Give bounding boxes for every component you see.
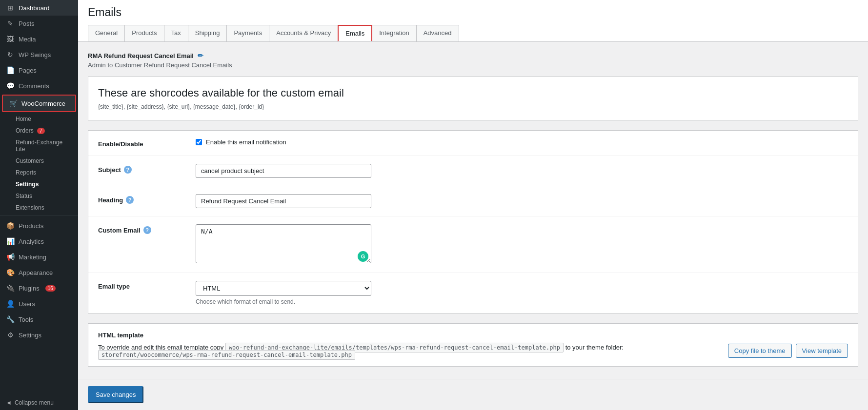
sidebar-item-appearance[interactable]: 🎨 Appearance (0, 265, 78, 280)
heading-help-icon[interactable]: ? (126, 196, 134, 204)
label-enable: Enable/Disable (98, 138, 196, 148)
field-subject (196, 164, 848, 178)
orders-badge: 7 (37, 128, 45, 134)
sidebar-sub-item-reports[interactable]: Reports (0, 167, 78, 178)
tab-integration[interactable]: Integration (372, 25, 416, 41)
save-changes-button[interactable]: Save changes (88, 386, 143, 403)
html-template-row: To override and edit this email template… (98, 344, 848, 358)
sidebar: ⊞ Dashboard ✎ Posts 🖼 Media ↻ WP Swings … (0, 0, 78, 410)
subject-help-icon[interactable]: ? (124, 166, 132, 174)
sidebar-item-woocommerce[interactable]: 🛒 WooCommerce (2, 95, 76, 112)
enable-checkbox-label: Enable this email notification (196, 138, 848, 146)
sidebar-item-posts[interactable]: ✎ Posts (0, 16, 78, 31)
sidebar-item-media[interactable]: 🖼 Media (0, 31, 78, 47)
form-row-subject: Subject ? (88, 156, 858, 186)
woocommerce-icon: 🛒 (9, 99, 18, 107)
shortcodes-box: These are shorcodes available for the cu… (88, 77, 858, 120)
html-template-section: HTML template To override and edit this … (88, 323, 858, 367)
textarea-wrapper: N/A G (196, 224, 371, 265)
grammarly-icon: G (358, 251, 368, 262)
sidebar-item-settings[interactable]: ⚙ Settings (0, 327, 78, 343)
form-row-enable: Enable/Disable Enable this email notific… (88, 131, 858, 156)
custom-email-textarea[interactable]: N/A (196, 224, 371, 263)
sidebar-item-wpswings[interactable]: ↻ WP Swings (0, 47, 78, 62)
custom-email-help-icon[interactable]: ? (143, 226, 151, 234)
collapse-arrow-icon: ◄ (6, 399, 12, 406)
page-header: Emails General Products Tax Shipping Pay… (78, 0, 868, 42)
tab-advanced[interactable]: Advanced (416, 25, 459, 41)
sidebar-sub-item-settings[interactable]: Settings (0, 178, 78, 190)
field-custom-email: N/A G (196, 224, 848, 265)
sidebar-sub-item-refund-exchange[interactable]: Refund-Exchange Lite (0, 137, 78, 155)
tab-shipping[interactable]: Shipping (188, 25, 227, 41)
tab-tax[interactable]: Tax (164, 25, 188, 41)
label-heading: Heading ? (98, 194, 196, 204)
form-row-custom-email: Custom Email ? N/A G (88, 216, 858, 273)
main-content: Emails General Products Tax Shipping Pay… (78, 0, 868, 410)
page-title: Emails (88, 6, 858, 19)
sidebar-divider (0, 215, 78, 216)
tab-accounts-privacy[interactable]: Accounts & Privacy (269, 25, 338, 41)
plugins-badge: 16 (45, 285, 56, 292)
plugins-icon: 🔌 (6, 284, 15, 292)
view-template-button[interactable]: View template (796, 344, 848, 358)
email-type-select[interactable]: HTML Plain text Multipart (196, 281, 371, 296)
form-row-email-type: Email type HTML Plain text Multipart Cho… (88, 273, 858, 313)
field-heading (196, 194, 848, 208)
sidebar-item-pages[interactable]: 📄 Pages (0, 62, 78, 78)
marketing-icon: 📢 (6, 253, 15, 261)
sidebar-sub-item-customers[interactable]: Customers (0, 155, 78, 167)
sidebar-sub-item-status[interactable]: Status (0, 190, 78, 202)
shortcodes-heading: These are shorcodes available for the cu… (98, 87, 848, 99)
edit-icon[interactable]: ✏ (198, 52, 203, 59)
tools-icon: 🔧 (6, 315, 15, 323)
field-enable: Enable this email notification (196, 138, 848, 146)
form-row-heading: Heading ? (88, 186, 858, 216)
analytics-icon: 📊 (6, 237, 15, 245)
html-template-text: To override and edit this email template… (98, 344, 718, 358)
tab-general[interactable]: General (88, 25, 125, 41)
users-icon: 👤 (6, 300, 15, 308)
enable-checkbox[interactable] (196, 139, 202, 145)
tabs-bar: General Products Tax Shipping Payments A… (88, 25, 858, 41)
theme-path-code: storefront/woocommerce/wps-rma-refund-re… (98, 350, 355, 360)
page-footer: Save changes (78, 379, 868, 410)
sidebar-item-plugins[interactable]: 🔌 Plugins 16 (0, 280, 78, 296)
heading-input[interactable] (196, 194, 371, 208)
tab-emails[interactable]: Emails (338, 25, 372, 41)
email-type-help: Choose which format of email to send. (196, 298, 848, 305)
settings-icon: ⚙ (6, 331, 15, 339)
appearance-icon: 🎨 (6, 269, 15, 276)
label-email-type: Email type (98, 281, 196, 290)
sidebar-item-marketing[interactable]: 📢 Marketing (0, 249, 78, 265)
content-area: RMA Refund Request Cancel Email ✏ Admin … (78, 42, 868, 379)
sidebar-sub-item-home[interactable]: Home (0, 113, 78, 125)
field-email-type: HTML Plain text Multipart Choose which f… (196, 281, 848, 305)
sidebar-sub-item-orders[interactable]: Orders 7 (0, 125, 78, 137)
tab-payments[interactable]: Payments (226, 25, 269, 41)
sidebar-item-comments[interactable]: 💬 Comments (0, 78, 78, 94)
subject-input[interactable] (196, 164, 371, 178)
sidebar-item-dashboard[interactable]: ⊞ Dashboard (0, 0, 78, 16)
copy-file-button[interactable]: Copy file to theme (728, 344, 792, 358)
wpswings-icon: ↻ (6, 51, 15, 59)
sidebar-item-tools[interactable]: 🔧 Tools (0, 312, 78, 327)
sidebar-item-users[interactable]: 👤 Users (0, 296, 78, 312)
comments-icon: 💬 (6, 82, 15, 90)
email-section-title: RMA Refund Request Cancel Email ✏ (88, 52, 858, 59)
collapse-menu-button[interactable]: ◄ Collapse menu (0, 395, 78, 410)
form-table: Enable/Disable Enable this email notific… (88, 130, 858, 313)
label-subject: Subject ? (98, 164, 196, 174)
pages-icon: 📄 (6, 66, 15, 74)
sidebar-sub-item-extensions[interactable]: Extensions (0, 202, 78, 214)
email-section-subtitle: Admin to Customer Refund Request Cancel … (88, 61, 858, 69)
label-custom-email: Custom Email ? (98, 224, 196, 234)
html-template-title: HTML template (98, 332, 848, 339)
shortcodes-list: {site_title}, {site_address}, {site_url}… (98, 103, 848, 110)
media-icon: 🖼 (6, 35, 15, 43)
tab-products[interactable]: Products (124, 25, 164, 41)
sidebar-item-products[interactable]: 📦 Products (0, 218, 78, 234)
posts-icon: ✎ (6, 20, 15, 27)
products-icon: 📦 (6, 222, 15, 230)
sidebar-item-analytics[interactable]: 📊 Analytics (0, 234, 78, 249)
